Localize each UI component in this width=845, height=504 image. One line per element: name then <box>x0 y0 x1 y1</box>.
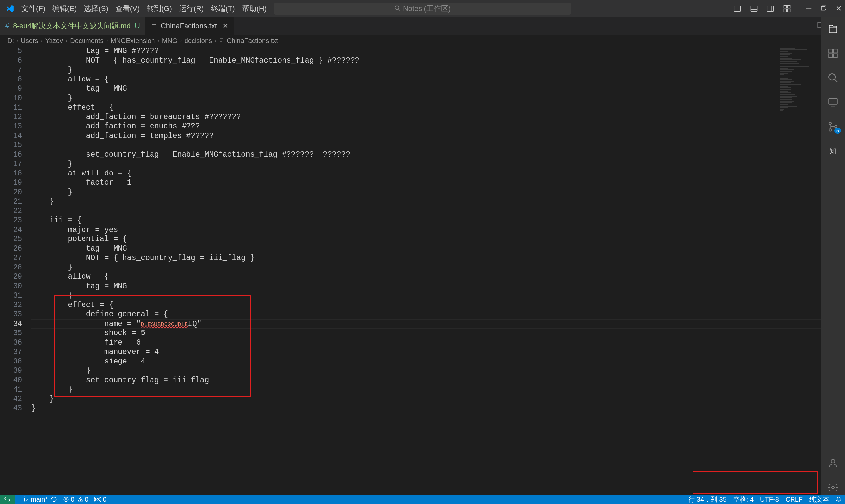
breadcrumb-segment[interactable]: Yazov <box>45 37 63 44</box>
ports-count: 0 <box>103 496 106 503</box>
window-restore-icon[interactable] <box>821 4 827 13</box>
language-mode[interactable]: 纯文本 <box>809 495 829 504</box>
activity-bar: 5 知 <box>821 17 845 495</box>
breadcrumb-segment[interactable]: Users <box>21 37 38 44</box>
tab-label: 8-eu4解决文本文件中文缺失问题.md <box>13 21 131 31</box>
menu-edit[interactable]: 编辑(E) <box>49 2 80 15</box>
svg-line-28 <box>834 79 838 82</box>
svg-point-35 <box>831 460 835 463</box>
svg-rect-2 <box>735 6 741 12</box>
remote-explorer-icon[interactable] <box>826 95 840 109</box>
svg-rect-23 <box>829 49 832 53</box>
menu-selection[interactable]: 选择(S) <box>81 2 111 15</box>
breadcrumb-segment[interactable]: D: <box>7 37 14 44</box>
breadcrumb-segment[interactable]: MNG <box>162 37 178 44</box>
cursor-position[interactable]: 行 34，列 35 <box>688 495 726 504</box>
layout-sidebar-right-icon[interactable] <box>767 5 774 13</box>
code-editor[interactable]: tag = MNG #????? NOT = { has_country_fla… <box>31 47 821 495</box>
svg-rect-8 <box>784 5 787 8</box>
svg-point-27 <box>829 74 835 80</box>
source-control-icon[interactable]: 5 <box>826 120 840 134</box>
breadcrumb-segment[interactable]: ChinaFactions.txt <box>227 37 278 44</box>
minimap[interactable] <box>780 48 819 114</box>
menu-help[interactable]: 帮助(H) <box>239 2 270 15</box>
svg-rect-6 <box>768 6 774 12</box>
menu-run[interactable]: 运行(R) <box>176 2 207 15</box>
svg-point-44 <box>80 500 81 501</box>
window-minimize-icon[interactable]: ─ <box>806 4 811 13</box>
layout-panel-icon[interactable] <box>750 5 758 13</box>
command-center-search[interactable]: Notes (工作区) <box>274 3 571 15</box>
svg-rect-25 <box>829 54 832 57</box>
layout-sidebar-left-icon[interactable] <box>734 5 741 13</box>
menu-goto[interactable]: 转到(G) <box>144 2 175 15</box>
close-icon[interactable]: ✕ <box>223 22 228 30</box>
search-placeholder: Notes (工作区) <box>403 4 451 14</box>
svg-rect-22 <box>829 27 837 33</box>
svg-rect-9 <box>788 5 790 8</box>
breadcrumb-segment[interactable]: Documents <box>70 37 103 44</box>
branch-name: main* <box>31 496 48 503</box>
svg-rect-11 <box>788 9 790 12</box>
breadcrumb-segment[interactable]: decisions <box>184 37 212 44</box>
breadcrumb[interactable]: D:› Users› Yazov› Documents› MNGExtensio… <box>0 35 845 47</box>
menu-file[interactable]: 文件(F) <box>18 2 49 15</box>
vscode-logo-icon <box>5 4 15 14</box>
accounts-icon[interactable] <box>826 456 840 470</box>
menu-view[interactable]: 查看(V) <box>112 2 143 15</box>
text-file-icon <box>151 22 157 30</box>
breadcrumb-segment[interactable]: MNGExtension <box>110 37 155 44</box>
tab-suffix: U <box>135 22 140 30</box>
search-icon <box>394 4 400 13</box>
svg-point-0 <box>395 6 399 9</box>
status-bar: main* 0 0 0 行 34，列 35 空格: 4 UTF-8 CRLF 纯… <box>0 495 845 504</box>
svg-point-33 <box>829 129 831 131</box>
git-branch[interactable]: main* <box>23 496 57 503</box>
svg-rect-24 <box>833 49 837 53</box>
svg-line-1 <box>399 9 400 11</box>
svg-point-39 <box>27 498 29 499</box>
explorer-icon[interactable] <box>826 22 840 36</box>
extensions-icon[interactable] <box>826 46 840 61</box>
svg-rect-29 <box>829 98 838 104</box>
svg-rect-13 <box>821 6 825 10</box>
window-close-icon[interactable]: ✕ <box>836 4 842 13</box>
svg-rect-4 <box>751 6 757 12</box>
line-number-gutter[interactable]: 5678910111213141516171819202122232425262… <box>0 47 31 495</box>
customize-layout-icon[interactable] <box>783 5 791 13</box>
svg-rect-10 <box>784 9 787 12</box>
zhihu-icon[interactable]: 知 <box>826 144 840 158</box>
tabbar: # 8-eu4解决文本文件中文缺失问题.md U ChinaFactions.t… <box>0 17 845 35</box>
problems-indicator[interactable]: 0 0 <box>63 496 88 503</box>
svg-point-37 <box>24 497 25 498</box>
settings-gear-icon[interactable] <box>826 480 840 495</box>
tab-file-1[interactable]: # 8-eu4解决文本文件中文缺失问题.md U <box>0 17 145 35</box>
notifications-icon[interactable] <box>836 497 842 502</box>
encoding[interactable]: UTF-8 <box>760 496 779 503</box>
text-file-icon <box>219 37 224 44</box>
svg-rect-26 <box>833 54 837 57</box>
eol[interactable]: CRLF <box>786 496 803 503</box>
svg-point-38 <box>24 501 25 502</box>
search-icon[interactable] <box>826 71 840 85</box>
svg-point-45 <box>97 498 99 500</box>
tab-file-2[interactable]: ChinaFactions.txt ✕ <box>145 17 234 35</box>
remote-indicator[interactable] <box>0 495 15 504</box>
warning-count: 0 <box>85 496 88 503</box>
tab-label: ChinaFactions.txt <box>161 22 217 30</box>
error-count: 0 <box>71 496 74 503</box>
indentation[interactable]: 空格: 4 <box>733 495 754 504</box>
ports-indicator[interactable]: 0 <box>94 496 106 503</box>
markdown-file-icon: # <box>5 22 9 30</box>
menu-terminal[interactable]: 终端(T) <box>208 2 238 15</box>
svg-point-32 <box>829 122 831 125</box>
source-control-badge: 5 <box>834 128 841 133</box>
svg-point-36 <box>832 486 835 489</box>
